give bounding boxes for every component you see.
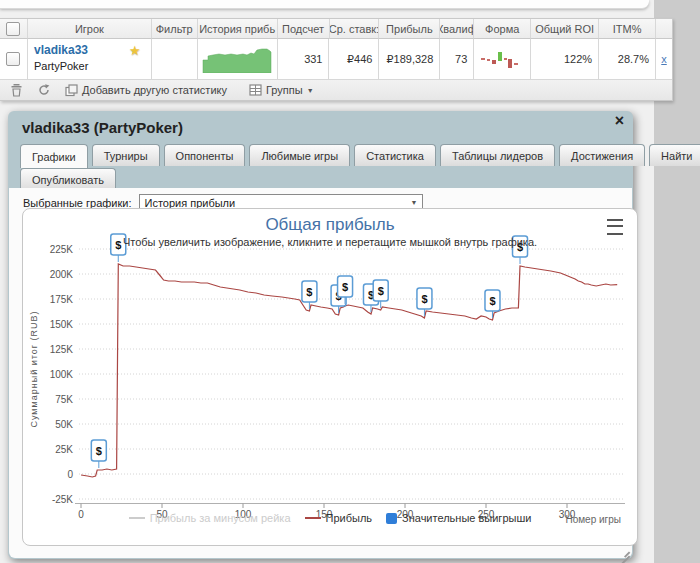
tab-найти[interactable]: Найти (649, 144, 700, 166)
column-header-9[interactable]: Общий ROI (531, 19, 599, 39)
tab-статистика[interactable]: Статистика (354, 144, 436, 166)
form-cell (474, 39, 531, 80)
svg-text:0: 0 (67, 469, 73, 480)
tab-опубликовать[interactable]: Опубликовать (20, 168, 116, 190)
total-roi-cell: 122% (531, 39, 599, 80)
remove-cell: x (656, 39, 672, 80)
avg-stake-cell: ₽446 (329, 39, 379, 80)
player-cell: vladika33 PartyPoker ★ (28, 39, 152, 80)
svg-text:50K: 50K (55, 419, 73, 430)
svg-text:175K: 175K (50, 294, 74, 305)
chart-title: Общая прибыль (23, 215, 637, 235)
table-toolbar: Добавить другую статистику Группы ▼ (0, 80, 672, 100)
column-header-2[interactable]: Фильтр (152, 19, 198, 39)
tab-турниры[interactable]: Турниры (92, 144, 160, 166)
tab-графики[interactable]: Графики (20, 144, 88, 168)
svg-text:$: $ (342, 281, 348, 293)
results-table: ИгрокФильтрИстория прибьПодсчетСр. ставк… (0, 18, 673, 101)
remove-row-link[interactable]: x (661, 53, 667, 65)
svg-text:150K: 150K (50, 319, 74, 330)
svg-text:$: $ (96, 445, 102, 457)
legend-swatch-icon (305, 517, 321, 519)
tab-таблицы-лидеров[interactable]: Таблицы лидеров (440, 144, 555, 166)
star-badge-icon: ★ (129, 43, 141, 58)
legend-item[interactable]: Прибыль (305, 512, 373, 524)
svg-text:25K: 25K (55, 444, 73, 455)
filter-cell (152, 39, 198, 80)
legend-item[interactable]: Прибыль за минусом рейка (129, 512, 291, 524)
svg-text:-25K: -25K (52, 494, 73, 505)
column-header-1[interactable]: Игрок (28, 19, 152, 39)
legend-label: Прибыль (326, 512, 373, 524)
svg-text:Суммарный итог (RUB): Суммарный итог (RUB) (29, 310, 39, 427)
add-statistic-button[interactable]: Добавить другую статистику (61, 84, 231, 97)
svg-text:100K: 100K (50, 369, 74, 380)
select-all-cell (0, 19, 28, 39)
column-header-3[interactable]: История прибь (198, 19, 278, 39)
tab-любимые-игры[interactable]: Любимые игры (249, 144, 350, 166)
chart-context-menu-icon[interactable] (607, 219, 623, 235)
svg-text:200K: 200K (50, 269, 74, 280)
legend-label: Значительные выигрыши (402, 512, 531, 524)
groups-button[interactable]: Группы ▼ (245, 84, 318, 96)
tab-достижения[interactable]: Достижения (559, 144, 645, 166)
previous-block-edge (0, 0, 649, 9)
trash-icon (10, 83, 23, 97)
player-panel: vladika33 (PartyPoker) × ГрафикиТурнирыО… (8, 111, 633, 559)
legend-label: Прибыль за минусом рейка (150, 512, 291, 524)
panel-title: vladika33 (PartyPoker) (22, 119, 183, 136)
refresh-icon (37, 83, 51, 97)
qualified-cell: 73 (440, 39, 474, 80)
svg-text:125K: 125K (50, 344, 74, 355)
itm-cell: 28.7% (599, 39, 656, 80)
select-all-checkbox[interactable] (6, 22, 20, 36)
column-header-10[interactable]: ITM% (599, 19, 656, 39)
svg-text:75K: 75K (55, 394, 73, 405)
select-dropdown-arrow-icon: ▼ (411, 199, 418, 206)
svg-text:$: $ (306, 286, 312, 298)
legend-item[interactable]: Значительные выигрыши (386, 512, 531, 524)
row-select-cell (0, 39, 28, 80)
groups-grid-icon (249, 84, 262, 96)
copy-plus-icon (65, 84, 78, 97)
svg-text:$: $ (378, 285, 384, 297)
chart-plot-area[interactable]: 225K200K175K150K125K100K75K50K25K0-25K05… (23, 209, 637, 545)
profit-cell: ₽189,328 (379, 39, 440, 80)
resize-handle[interactable] (620, 546, 630, 556)
app-screen: ИгрокФильтрИстория прибьПодсчетСр. ставк… (0, 0, 700, 563)
column-header-7[interactable]: Квалиф (440, 19, 474, 39)
column-header-4[interactable]: Подсчет (278, 19, 330, 39)
x-axis-title: Номер игры (565, 514, 621, 525)
svg-text:$: $ (489, 295, 495, 307)
chart-legend: Прибыль за минусом рейкаПрибыльЗначитель… (23, 512, 637, 524)
panel-close-icon[interactable]: × (615, 113, 624, 129)
row-checkbox[interactable] (6, 52, 20, 66)
column-header-5[interactable]: Ср. ставк: (330, 19, 380, 39)
tab-оппоненты[interactable]: Оппоненты (164, 144, 246, 166)
add-statistic-label: Добавить другую статистику (82, 84, 227, 96)
form-sparkline-icon (480, 49, 524, 69)
significant-win-marker[interactable]: $ (91, 440, 106, 468)
player-site: PartyPoker (34, 60, 145, 72)
delete-button[interactable] (6, 83, 27, 97)
column-header-8[interactable]: Форма (474, 19, 531, 39)
legend-swatch-icon (386, 513, 397, 524)
chart-selector-label: Выбранные графики: (23, 197, 131, 209)
profit-history-sparkline (201, 45, 273, 73)
column-header-6[interactable]: Прибыль (379, 19, 440, 39)
svg-text:$: $ (421, 293, 427, 305)
table-header-row: ИгрокФильтрИстория прибьПодсчетСр. ставк… (0, 19, 672, 39)
profit-history-cell (198, 39, 278, 80)
panel-content: Выбранные графики: История прибыли ▼ Общ… (9, 188, 632, 558)
table-row: vladika33 PartyPoker ★ 331 ₽446 ₽189,328… (0, 39, 672, 80)
significant-win-marker[interactable]: $ (302, 281, 317, 309)
refresh-button[interactable] (33, 83, 55, 97)
profit-chart[interactable]: Общая прибыль Чтобы увеличить изображени… (22, 208, 638, 546)
chart-type-selected-value: История прибыли (144, 197, 235, 209)
column-header-remove (656, 19, 672, 39)
panel-tabs-row1: ГрафикиТурнирыОппонентыЛюбимые игрыСтати… (20, 144, 700, 168)
panel-tabs-row2: Опубликовать (20, 168, 116, 190)
chart-subtitle: Чтобы увеличить изображение, кликните и … (23, 236, 637, 248)
groups-dropdown-arrow-icon: ▼ (307, 87, 314, 94)
significant-win-marker[interactable]: $ (485, 290, 500, 318)
